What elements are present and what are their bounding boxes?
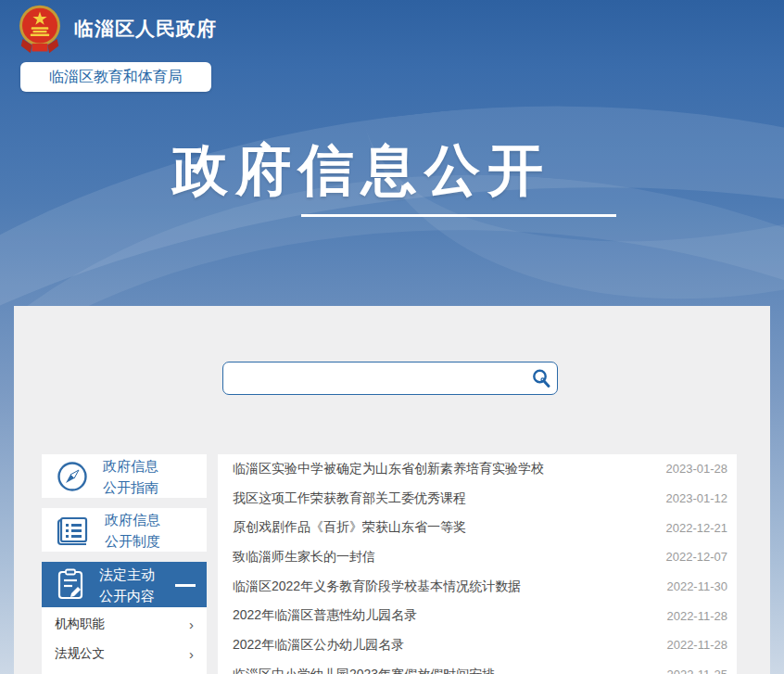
compass-icon (56, 460, 89, 493)
news-row[interactable]: 原创戏剧作品《百折》荣获山东省一等奖 2022-12-21 (218, 513, 737, 542)
news-row[interactable]: 2022年临淄区普惠性幼儿园名录 2022-11-28 (218, 601, 737, 630)
national-emblem-icon (15, 3, 65, 55)
chevron-right-icon: › (189, 647, 194, 661)
news-date: 2022-12-21 (666, 521, 728, 535)
sidebar-item-legal-disclosure[interactable]: 法定主动 公开内容 (42, 562, 207, 607)
site-name: 临淄区人民政府 (74, 16, 217, 42)
collapse-minus-icon[interactable] (175, 584, 196, 587)
title-underline (301, 214, 616, 217)
clipboard-pen-icon (56, 568, 85, 602)
search-icon (530, 367, 552, 389)
search-input[interactable] (223, 362, 525, 394)
news-date: 2023-01-12 (666, 491, 728, 505)
sidebar-item-label: 法定主动 公开内容 (99, 564, 155, 606)
news-row[interactable]: 临淄区中小学幼儿园2023年寒假放假时间安排 2022-11-25 (218, 660, 737, 674)
news-list: 临淄区实验中学被确定为山东省创新素养培育实验学校 2023-01-28 我区这项… (218, 454, 737, 674)
sidebar-nav: 政府信息 公开指南 政府信息 公开制度 法定主动 (42, 454, 207, 674)
news-row[interactable]: 2022年临淄区公办幼儿园名录 2022-11-28 (218, 630, 737, 660)
hero-banner: 临淄区人民政府 临淄区教育和体育局 政府信息公开 (0, 0, 784, 306)
sidebar-item-label: 政府信息 公开制度 (105, 509, 160, 552)
sidebar-subitem-regulations[interactable]: 法规公文 › (42, 639, 207, 668)
news-date: 2022-12-07 (666, 550, 728, 564)
search-button[interactable] (525, 362, 557, 394)
rulebook-icon (56, 515, 91, 546)
news-row[interactable]: 临淄区2022年义务教育阶段学校基本情况统计数据 2022-11-30 (218, 572, 737, 602)
search-bar (222, 362, 558, 395)
sidebar-subitem-org-functions[interactable]: 机构职能 › (42, 609, 207, 639)
site-header: 临淄区人民政府 (15, 3, 217, 55)
news-date: 2022-11-25 (666, 668, 727, 674)
sidebar-item-guide[interactable]: 政府信息 公开指南 (42, 454, 207, 498)
sidebar-item-rules[interactable]: 政府信息 公开制度 (42, 508, 207, 552)
news-list-inner: 临淄区实验中学被确定为山东省创新素养培育实验学校 2023-01-28 我区这项… (218, 454, 737, 674)
department-button[interactable]: 临淄区教育和体育局 (20, 62, 211, 92)
news-date: 2023-01-28 (666, 462, 728, 476)
news-row[interactable]: 致临淄师生家长的一封信 2022-12-07 (218, 542, 737, 572)
sidebar-sub-menu: 机构职能 › 法规公文 › (42, 607, 207, 674)
news-date: 2022-11-28 (666, 638, 727, 652)
news-row[interactable]: 临淄区实验中学被确定为山东省创新素养培育实验学校 2023-01-28 (218, 454, 737, 484)
news-row[interactable]: 我区这项工作荣获教育部关工委优秀课程 2023-01-12 (218, 484, 737, 514)
news-date: 2022-11-30 (666, 579, 727, 593)
chevron-right-icon: › (189, 617, 194, 631)
sidebar-item-label: 政府信息 公开指南 (103, 455, 158, 498)
page-title: 政府信息公开 (0, 134, 723, 209)
news-date: 2022-11-28 (666, 609, 727, 623)
